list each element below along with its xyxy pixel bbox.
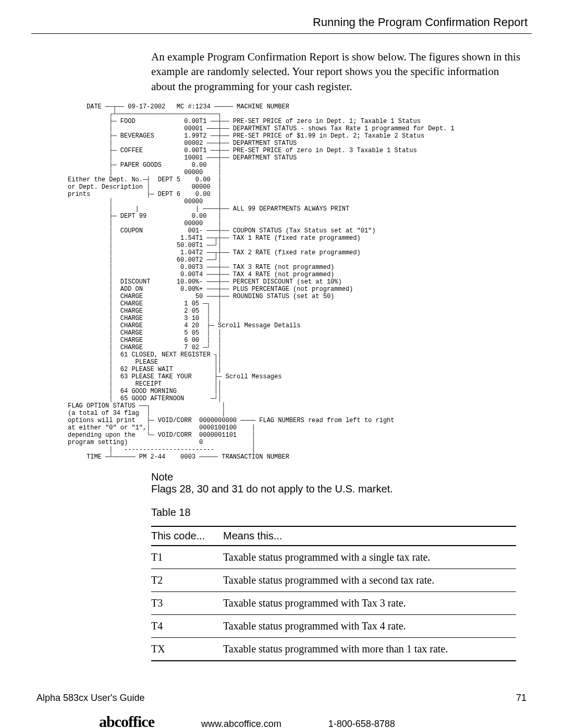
footer-phone: 1-800-658-8788 [328,719,395,728]
footer-guide: Alpha 583cx User's Guide [36,693,145,704]
code-cell: T3 [151,592,223,615]
header-rule [31,33,532,34]
note-label: Note [151,471,532,483]
table-row: T4 Taxable status programmed with Tax 4 … [151,615,516,638]
table-row: T2 Taxable status programmed with a seco… [151,569,516,592]
code-cell: T4 [151,615,223,638]
note-text: Flags 28, 30 and 31 do not apply to the … [151,483,532,495]
code-cell: T1 [151,546,223,569]
footer-page-number: 71 [516,693,527,704]
meaning-cell: Taxable status programmed with a single … [223,546,516,569]
receipt-diagram: DATE ──┬── 09-17-2002 MC #:1234 ───── MA… [68,103,532,461]
intro-paragraph: An example Program Confirmation Report i… [151,50,521,94]
table-caption: Table 18 [151,507,532,519]
code-cell: TX [151,638,223,661]
page-header-title: Running the Program Confirmation Report [31,16,528,29]
footer-url: www.abcoffice.com [201,719,282,728]
footer-brand-logo: abcoffice [99,713,154,728]
meaning-cell: Taxable status programmed with more than… [223,638,516,661]
table-header-code: This code... [151,526,223,546]
codes-table: This code... Means this... T1 Taxable st… [151,526,516,661]
table-row: T1 Taxable status programmed with a sing… [151,546,516,569]
meaning-cell: Taxable status programmed with Tax 3 rat… [223,592,516,615]
table-row: T3 Taxable status programmed with Tax 3 … [151,592,516,615]
table-header-meaning: Means this... [223,526,516,546]
table-row: TX Taxable status programmed with more t… [151,638,516,661]
meaning-cell: Taxable status programmed with a second … [223,569,516,592]
code-cell: T2 [151,569,223,592]
meaning-cell: Taxable status programmed with Tax 4 rat… [223,615,516,638]
